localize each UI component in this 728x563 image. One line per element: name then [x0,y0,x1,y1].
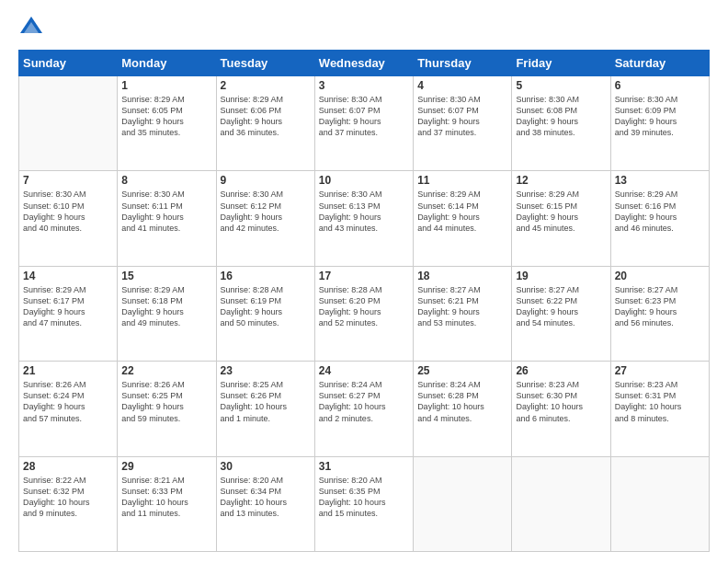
day-number: 18 [417,270,507,282]
day-number: 17 [319,270,409,282]
day-number: 13 [615,174,705,187]
calendar-cell: 10Sunrise: 8:30 AM Sunset: 6:13 PM Dayli… [314,171,413,266]
day-number: 10 [319,174,409,187]
day-info: Sunrise: 8:29 AM Sunset: 6:06 PM Dayligh… [221,94,311,139]
calendar-cell: 5Sunrise: 8:30 AM Sunset: 6:08 PM Daylig… [512,76,610,171]
calendar-cell: 15Sunrise: 8:29 AM Sunset: 6:18 PM Dayli… [118,266,216,361]
day-info: Sunrise: 8:30 AM Sunset: 6:13 PM Dayligh… [319,189,409,234]
day-number: 6 [615,79,705,92]
day-info: Sunrise: 8:28 AM Sunset: 6:20 PM Dayligh… [319,284,409,329]
day-number: 12 [516,174,606,187]
day-number: 3 [319,79,409,92]
calendar-cell: 11Sunrise: 8:29 AM Sunset: 6:14 PM Dayli… [414,171,512,266]
day-number: 20 [615,270,705,282]
calendar-body: 1Sunrise: 8:29 AM Sunset: 6:05 PM Daylig… [19,76,710,552]
header [18,15,710,40]
calendar-cell: 28Sunrise: 8:22 AM Sunset: 6:32 PM Dayli… [19,456,118,551]
calendar-cell: 23Sunrise: 8:25 AM Sunset: 6:26 PM Dayli… [216,362,314,456]
calendar-week-row: 28Sunrise: 8:22 AM Sunset: 6:32 PM Dayli… [19,456,710,551]
day-info: Sunrise: 8:29 AM Sunset: 6:16 PM Dayligh… [615,189,705,234]
page: SundayMondayTuesdayWednesdayThursdayFrid… [0,0,728,563]
day-info: Sunrise: 8:24 AM Sunset: 6:27 PM Dayligh… [319,379,409,424]
day-info: Sunrise: 8:29 AM Sunset: 6:05 PM Dayligh… [121,94,211,139]
day-info: Sunrise: 8:30 AM Sunset: 6:07 PM Dayligh… [417,94,507,139]
day-info: Sunrise: 8:30 AM Sunset: 6:12 PM Dayligh… [221,189,311,234]
day-info: Sunrise: 8:21 AM Sunset: 6:33 PM Dayligh… [121,475,211,520]
day-info: Sunrise: 8:30 AM Sunset: 6:08 PM Dayligh… [516,94,606,139]
day-info: Sunrise: 8:20 AM Sunset: 6:35 PM Dayligh… [319,475,409,520]
calendar-cell: 27Sunrise: 8:23 AM Sunset: 6:31 PM Dayli… [610,362,709,456]
day-number: 29 [121,460,211,473]
calendar-cell: 2Sunrise: 8:29 AM Sunset: 6:06 PM Daylig… [216,76,314,171]
day-info: Sunrise: 8:30 AM Sunset: 6:09 PM Dayligh… [615,94,705,139]
calendar-cell: 9Sunrise: 8:30 AM Sunset: 6:12 PM Daylig… [216,171,314,266]
day-number: 25 [417,364,507,377]
calendar-cell: 31Sunrise: 8:20 AM Sunset: 6:35 PM Dayli… [314,456,413,551]
calendar-cell [19,76,118,171]
day-number: 24 [319,364,409,377]
day-info: Sunrise: 8:27 AM Sunset: 6:22 PM Dayligh… [516,284,606,329]
day-number: 31 [319,460,409,473]
day-info: Sunrise: 8:26 AM Sunset: 6:24 PM Dayligh… [23,379,113,424]
calendar-table: SundayMondayTuesdayWednesdayThursdayFrid… [18,50,710,552]
calendar-cell: 30Sunrise: 8:20 AM Sunset: 6:34 PM Dayli… [216,456,314,551]
calendar-cell: 12Sunrise: 8:29 AM Sunset: 6:15 PM Dayli… [512,171,610,266]
calendar-cell [414,456,512,551]
weekday-header-sunday: Sunday [19,51,118,76]
calendar-cell [610,456,709,551]
day-info: Sunrise: 8:30 AM Sunset: 6:10 PM Dayligh… [23,189,113,234]
day-info: Sunrise: 8:25 AM Sunset: 6:26 PM Dayligh… [221,379,311,424]
calendar-cell: 4Sunrise: 8:30 AM Sunset: 6:07 PM Daylig… [414,76,512,171]
day-number: 22 [121,364,211,377]
day-info: Sunrise: 8:23 AM Sunset: 6:31 PM Dayligh… [615,379,705,424]
weekday-header-thursday: Thursday [414,51,512,76]
day-info: Sunrise: 8:23 AM Sunset: 6:30 PM Dayligh… [516,379,606,424]
calendar-week-row: 14Sunrise: 8:29 AM Sunset: 6:17 PM Dayli… [19,266,710,361]
calendar-cell: 26Sunrise: 8:23 AM Sunset: 6:30 PM Dayli… [512,362,610,456]
calendar-cell: 18Sunrise: 8:27 AM Sunset: 6:21 PM Dayli… [414,266,512,361]
weekday-header-wednesday: Wednesday [314,51,413,76]
day-info: Sunrise: 8:27 AM Sunset: 6:23 PM Dayligh… [615,284,705,329]
calendar-cell: 25Sunrise: 8:24 AM Sunset: 6:28 PM Dayli… [414,362,512,456]
weekday-header-tuesday: Tuesday [216,51,314,76]
day-number: 8 [121,174,211,187]
day-number: 28 [23,460,113,473]
logo-icon [18,15,44,40]
calendar-header-row: SundayMondayTuesdayWednesdayThursdayFrid… [19,51,710,76]
day-info: Sunrise: 8:30 AM Sunset: 6:07 PM Dayligh… [319,94,409,139]
calendar-cell: 19Sunrise: 8:27 AM Sunset: 6:22 PM Dayli… [512,266,610,361]
weekday-header-saturday: Saturday [610,51,709,76]
day-info: Sunrise: 8:28 AM Sunset: 6:19 PM Dayligh… [221,284,311,329]
calendar-cell: 22Sunrise: 8:26 AM Sunset: 6:25 PM Dayli… [118,362,216,456]
day-number: 1 [121,79,211,92]
calendar-cell: 20Sunrise: 8:27 AM Sunset: 6:23 PM Dayli… [610,266,709,361]
calendar-cell: 6Sunrise: 8:30 AM Sunset: 6:09 PM Daylig… [610,76,709,171]
calendar-cell: 13Sunrise: 8:29 AM Sunset: 6:16 PM Dayli… [610,171,709,266]
calendar-cell: 7Sunrise: 8:30 AM Sunset: 6:10 PM Daylig… [19,171,118,266]
day-number: 4 [417,79,507,92]
day-number: 11 [417,174,507,187]
calendar-cell: 8Sunrise: 8:30 AM Sunset: 6:11 PM Daylig… [118,171,216,266]
calendar-cell: 24Sunrise: 8:24 AM Sunset: 6:27 PM Dayli… [314,362,413,456]
day-number: 7 [23,174,113,187]
calendar-cell: 29Sunrise: 8:21 AM Sunset: 6:33 PM Dayli… [118,456,216,551]
calendar-cell: 1Sunrise: 8:29 AM Sunset: 6:05 PM Daylig… [118,76,216,171]
day-info: Sunrise: 8:26 AM Sunset: 6:25 PM Dayligh… [121,379,211,424]
calendar-cell: 14Sunrise: 8:29 AM Sunset: 6:17 PM Dayli… [19,266,118,361]
day-number: 23 [221,364,311,377]
calendar-cell: 3Sunrise: 8:30 AM Sunset: 6:07 PM Daylig… [314,76,413,171]
day-number: 16 [221,270,311,282]
calendar-cell: 21Sunrise: 8:26 AM Sunset: 6:24 PM Dayli… [19,362,118,456]
day-number: 26 [516,364,606,377]
weekday-header-friday: Friday [512,51,610,76]
day-info: Sunrise: 8:29 AM Sunset: 6:18 PM Dayligh… [121,284,211,329]
day-info: Sunrise: 8:22 AM Sunset: 6:32 PM Dayligh… [23,475,113,520]
calendar-week-row: 1Sunrise: 8:29 AM Sunset: 6:05 PM Daylig… [19,76,710,171]
calendar-week-row: 7Sunrise: 8:30 AM Sunset: 6:10 PM Daylig… [19,171,710,266]
day-number: 2 [221,79,311,92]
calendar-cell: 16Sunrise: 8:28 AM Sunset: 6:19 PM Dayli… [216,266,314,361]
day-number: 19 [516,270,606,282]
day-number: 21 [23,364,113,377]
calendar-cell: 17Sunrise: 8:28 AM Sunset: 6:20 PM Dayli… [314,266,413,361]
day-info: Sunrise: 8:29 AM Sunset: 6:14 PM Dayligh… [417,189,507,234]
